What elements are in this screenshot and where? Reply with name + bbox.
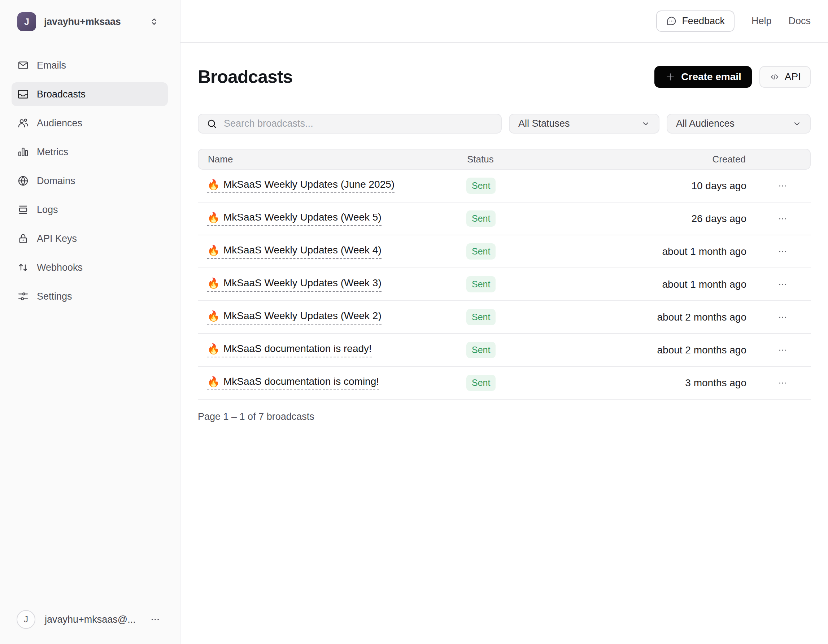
sidebar-item-label: Metrics [37, 146, 68, 158]
row-menu-button[interactable] [775, 375, 790, 391]
sidebar-item-api-keys[interactable]: API Keys [11, 227, 168, 251]
arrows-up-down-icon [17, 262, 29, 273]
create-email-button[interactable]: Create email [654, 66, 752, 88]
main: Feedback Help Docs Broadcasts Create ema… [180, 0, 828, 644]
sidebar: J javayhu+mksaas Emails Broadcasts [0, 0, 180, 644]
feedback-label: Feedback [682, 16, 725, 27]
sidebar-item-emails[interactable]: Emails [11, 53, 168, 77]
status-badge: Sent [466, 309, 496, 325]
status-badge: Sent [466, 177, 496, 194]
table-row: 🔥MkSaaS documentation is ready! Sent abo… [198, 334, 811, 367]
ellipsis-icon[interactable] [150, 614, 160, 625]
avatar: J [17, 12, 36, 31]
bar-chart-icon [17, 146, 29, 158]
sidebar-item-label: Settings [37, 291, 72, 302]
sidebar-item-webhooks[interactable]: Webhooks [11, 256, 168, 280]
flame-icon: 🔥 [207, 277, 220, 289]
broadcast-link[interactable]: 🔥MkSaaS documentation is ready! [207, 343, 372, 357]
sidebar-item-label: Webhooks [37, 262, 83, 273]
created-date: about 2 months ago [595, 311, 754, 323]
api-button[interactable]: API [759, 66, 811, 88]
sidebar-item-label: Broadcasts [37, 89, 86, 100]
broadcasts-table: Name Status Created 🔥MkSaaS Weekly Updat… [198, 149, 811, 400]
sidebar-item-label: API Keys [37, 233, 77, 244]
table-row: 🔥MkSaaS Weekly Updates (June 2025) Sent … [198, 170, 811, 203]
column-header-status: Status [467, 154, 596, 165]
row-menu-button[interactable] [775, 244, 790, 259]
row-menu-button[interactable] [775, 310, 790, 325]
broadcast-link[interactable]: 🔥MkSaaS Weekly Updates (Week 3) [207, 277, 381, 292]
page-head: Broadcasts Create email API [198, 66, 811, 88]
sliders-icon [17, 291, 29, 302]
app: J javayhu+mksaas Emails Broadcasts [0, 0, 828, 644]
flame-icon: 🔥 [207, 310, 220, 322]
audience-filter-value: All Audiences [676, 118, 734, 129]
plus-icon [665, 71, 676, 82]
table-row: 🔥MkSaaS Weekly Updates (Week 5) Sent 26 … [198, 203, 811, 236]
created-date: about 1 month ago [595, 246, 754, 258]
flame-icon: 🔥 [207, 376, 220, 388]
filters-row: All Statuses All Audiences [198, 114, 811, 134]
created-date: 10 days ago [595, 180, 754, 192]
search-icon [207, 118, 217, 129]
table-row: 🔥MkSaaS Weekly Updates (Week 4) Sent abo… [198, 236, 811, 268]
flame-icon: 🔥 [207, 212, 220, 223]
docs-link[interactable]: Docs [788, 16, 811, 27]
broadcast-name: MkSaaS documentation is coming! [223, 376, 379, 387]
sidebar-nav: Emails Broadcasts Audiences Metrics [0, 41, 180, 308]
sidebar-item-settings[interactable]: Settings [11, 284, 168, 308]
page-title: Broadcasts [198, 66, 292, 87]
created-date: about 2 months ago [595, 344, 754, 356]
topbar: Feedback Help Docs [180, 0, 828, 43]
content: Broadcasts Create email API [180, 43, 828, 423]
sidebar-item-logs[interactable]: Logs [11, 198, 168, 221]
status-filter-select[interactable]: All Statuses [509, 114, 659, 134]
message-bubble-icon [666, 16, 677, 27]
status-badge: Sent [466, 210, 496, 227]
search-box [198, 114, 502, 134]
sidebar-item-label: Emails [37, 60, 66, 71]
broadcast-name: MkSaaS Weekly Updates (Week 3) [223, 277, 381, 289]
search-input[interactable] [224, 118, 493, 129]
flame-icon: 🔥 [207, 343, 220, 355]
status-filter-value: All Statuses [518, 118, 570, 129]
table-row: 🔥MkSaaS Weekly Updates (Week 2) Sent abo… [198, 301, 811, 334]
row-menu-button[interactable] [775, 178, 790, 193]
row-menu-button[interactable] [775, 277, 790, 292]
broadcast-link[interactable]: 🔥MkSaaS Weekly Updates (Week 4) [207, 244, 381, 259]
broadcast-link[interactable]: 🔥MkSaaS Weekly Updates (June 2025) [207, 179, 395, 193]
logs-icon [17, 204, 29, 215]
broadcast-name: MkSaaS Weekly Updates (Week 4) [223, 244, 381, 256]
sidebar-footer-account[interactable]: J javayhu+mksaas@... [0, 600, 180, 644]
sidebar-item-audiences[interactable]: Audiences [11, 111, 168, 135]
sidebar-item-broadcasts[interactable]: Broadcasts [11, 82, 168, 106]
help-link[interactable]: Help [751, 16, 772, 27]
inbox-icon [17, 88, 29, 100]
chevron-down-icon [793, 119, 801, 128]
broadcast-name: MkSaaS Weekly Updates (Week 5) [223, 212, 381, 223]
code-icon [769, 71, 780, 82]
api-label: API [785, 71, 801, 83]
status-badge: Sent [466, 342, 496, 358]
sidebar-item-metrics[interactable]: Metrics [11, 140, 168, 164]
column-header-created: Created [596, 154, 754, 165]
broadcast-link[interactable]: 🔥MkSaaS documentation is coming! [207, 376, 379, 390]
created-date: about 1 month ago [595, 279, 754, 290]
sidebar-item-label: Domains [37, 176, 75, 187]
sidebar-item-label: Audiences [37, 118, 82, 129]
broadcast-link[interactable]: 🔥MkSaaS Weekly Updates (Week 2) [207, 310, 381, 325]
chevron-down-icon [641, 119, 650, 128]
account-switcher[interactable]: J javayhu+mksaas [0, 0, 180, 41]
feedback-button[interactable]: Feedback [656, 11, 734, 32]
broadcast-link[interactable]: 🔥MkSaaS Weekly Updates (Week 5) [207, 212, 381, 226]
account-name: javayhu+mksaas [44, 16, 121, 27]
flame-icon: 🔥 [207, 179, 220, 191]
row-menu-button[interactable] [775, 342, 790, 358]
mail-icon [17, 60, 29, 71]
sidebar-item-domains[interactable]: Domains [11, 169, 168, 193]
flame-icon: 🔥 [207, 244, 220, 256]
broadcast-name: MkSaaS Weekly Updates (June 2025) [223, 179, 395, 190]
row-menu-button[interactable] [775, 211, 790, 226]
pagination-status: Page 1 – 1 of 7 broadcasts [198, 411, 811, 423]
audience-filter-select[interactable]: All Audiences [666, 114, 811, 134]
